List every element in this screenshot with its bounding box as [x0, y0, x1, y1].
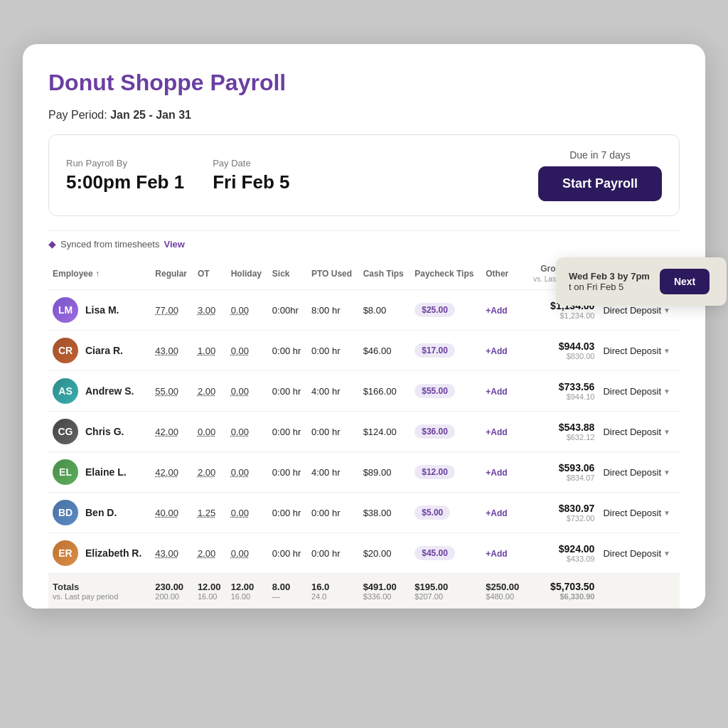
ot-6[interactable]: 2.00: [193, 533, 227, 574]
paycheck-tips-1[interactable]: $17.00: [410, 331, 481, 371]
col-pto: PTO Used: [307, 258, 359, 290]
pto-4[interactable]: 4:00 hr: [307, 452, 359, 493]
other-2[interactable]: +Add: [481, 371, 525, 412]
totals-ot: 12.00 16.00: [193, 574, 227, 609]
pto-3[interactable]: 0:00 hr: [307, 412, 359, 452]
holiday-1[interactable]: 0.00: [227, 331, 268, 371]
synced-view-link[interactable]: View: [164, 239, 184, 250]
payment-method-label-4: Direct Deposit: [603, 467, 661, 478]
employee-name-5: Ben D.: [85, 507, 117, 518]
col-other: Other: [481, 258, 525, 290]
employee-name-2: Andrew S.: [85, 385, 134, 397]
payment-method-2[interactable]: Direct Deposit ▼: [599, 371, 680, 412]
other-6[interactable]: +Add: [481, 533, 525, 574]
paycheck-tips-5[interactable]: $5.00: [410, 493, 481, 533]
ot-5[interactable]: 1.25: [193, 493, 227, 533]
cash-tips-1[interactable]: $46.00: [359, 331, 411, 371]
holiday-5[interactable]: 0.00: [227, 493, 268, 533]
holiday-6[interactable]: 0.00: [227, 533, 268, 574]
totals-row: Totals vs. Last pay period 230.00 200.00…: [48, 574, 680, 609]
payment-method-caret-1[interactable]: ▼: [663, 347, 670, 355]
payment-method-caret-6[interactable]: ▼: [663, 550, 670, 557]
add-other-btn-5[interactable]: +Add: [486, 508, 507, 518]
cash-tips-5[interactable]: $38.00: [359, 493, 411, 533]
add-other-btn-4[interactable]: +Add: [486, 468, 507, 478]
due-label: Due in 7 days: [538, 149, 662, 161]
cash-tips-0[interactable]: $8.00: [359, 290, 411, 331]
pto-1[interactable]: 0:00 hr: [307, 331, 359, 371]
add-other-btn-3[interactable]: +Add: [486, 427, 507, 437]
ot-0[interactable]: 3.00: [193, 290, 227, 331]
payment-method-6[interactable]: Direct Deposit ▼: [599, 533, 680, 574]
payment-method-3[interactable]: Direct Deposit ▼: [599, 412, 680, 452]
payment-method-label-5: Direct Deposit: [603, 508, 661, 518]
avatar-3: CG: [53, 419, 78, 444]
payment-method-label-0: Direct Deposit: [603, 305, 661, 316]
payment-method-caret-0[interactable]: ▼: [663, 306, 670, 314]
avatar-5: BD: [53, 500, 78, 525]
regular-0[interactable]: 77.00: [151, 290, 193, 331]
sick-5[interactable]: 0:00 hr: [268, 493, 307, 533]
sick-1[interactable]: 0:00 hr: [268, 331, 307, 371]
sick-3[interactable]: 0:00 hr: [268, 412, 307, 452]
add-other-btn-6[interactable]: +Add: [486, 549, 507, 559]
holiday-0[interactable]: 0.00: [227, 290, 268, 331]
employee-cell-5: BD Ben D.: [48, 493, 151, 533]
cash-tips-6[interactable]: $20.00: [359, 533, 411, 574]
avatar-1: CR: [53, 338, 78, 363]
regular-4[interactable]: 42.00: [151, 452, 193, 493]
holiday-3[interactable]: 0.00: [227, 412, 268, 452]
ot-2[interactable]: 2.00: [193, 371, 227, 412]
avatar-2: AS: [53, 378, 78, 404]
sick-2[interactable]: 0:00 hr: [268, 371, 307, 412]
totals-payment: [599, 574, 680, 609]
regular-2[interactable]: 55.00: [151, 371, 193, 412]
ot-4[interactable]: 2.00: [193, 452, 227, 493]
pay-date-label: Pay Date: [213, 158, 289, 168]
regular-6[interactable]: 43.00: [151, 533, 193, 574]
pto-2[interactable]: 4:00 hr: [307, 371, 359, 412]
regular-3[interactable]: 42.00: [151, 412, 193, 452]
pay-period-range: Jan 25 - Jan 31: [110, 109, 191, 121]
payment-method-5[interactable]: Direct Deposit ▼: [599, 493, 680, 533]
pto-6[interactable]: 0:00 hr: [307, 533, 359, 574]
other-1[interactable]: +Add: [481, 331, 525, 371]
add-other-btn-1[interactable]: +Add: [486, 346, 507, 356]
next-button[interactable]: Next: [660, 269, 710, 294]
other-5[interactable]: +Add: [481, 493, 525, 533]
other-3[interactable]: +Add: [481, 412, 525, 452]
payment-method-4[interactable]: Direct Deposit ▼: [599, 452, 680, 493]
holiday-2[interactable]: 0.00: [227, 371, 268, 412]
cash-tips-4[interactable]: $89.00: [359, 452, 411, 493]
sick-0[interactable]: 0:00hr: [268, 290, 307, 331]
paycheck-tips-4[interactable]: $12.00: [410, 452, 481, 493]
other-0[interactable]: +Add: [481, 290, 525, 331]
ot-1[interactable]: 1.00: [193, 331, 227, 371]
start-payroll-button[interactable]: Start Payroll: [538, 166, 662, 201]
add-other-btn-2[interactable]: +Add: [486, 387, 507, 397]
payment-method-caret-5[interactable]: ▼: [663, 509, 670, 517]
employee-cell-4: EL Elaine L.: [48, 452, 151, 493]
holiday-4[interactable]: 0.00: [227, 452, 268, 493]
sick-6[interactable]: 0:00 hr: [268, 533, 307, 574]
totals-other: $250.00 $480.00: [481, 574, 525, 609]
paycheck-tips-3[interactable]: $36.00: [410, 412, 481, 452]
pto-0[interactable]: 8:00 hr: [307, 290, 359, 331]
paycheck-tips-2[interactable]: $55.00: [410, 371, 481, 412]
paycheck-tips-0[interactable]: $25.00: [410, 290, 481, 331]
payment-method-caret-2[interactable]: ▼: [663, 387, 670, 395]
payment-method-1[interactable]: Direct Deposit ▼: [599, 331, 680, 371]
regular-5[interactable]: 40.00: [151, 493, 193, 533]
payment-method-caret-4[interactable]: ▼: [663, 469, 670, 476]
paycheck-tips-6[interactable]: $45.00: [410, 533, 481, 574]
cash-tips-3[interactable]: $124.00: [359, 412, 411, 452]
ot-3[interactable]: 0.00: [193, 412, 227, 452]
payment-method-caret-3[interactable]: ▼: [663, 428, 670, 436]
add-other-btn-0[interactable]: +Add: [486, 306, 507, 316]
cash-tips-2[interactable]: $166.00: [359, 371, 411, 412]
employee-name-6: Elizabeth R.: [85, 547, 141, 559]
other-4[interactable]: +Add: [481, 452, 525, 493]
sick-4[interactable]: 0:00 hr: [268, 452, 307, 493]
pto-5[interactable]: 0:00 hr: [307, 493, 359, 533]
regular-1[interactable]: 43.00: [151, 331, 193, 371]
